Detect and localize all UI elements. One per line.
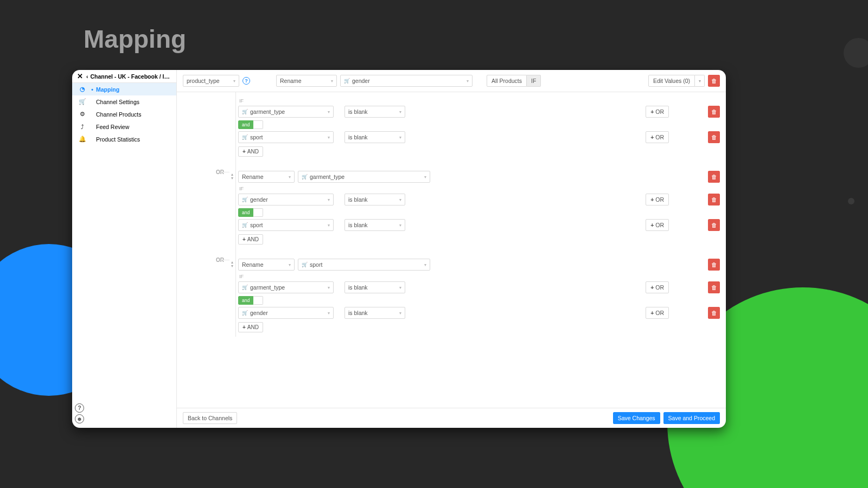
page-title: Mapping bbox=[84, 24, 186, 54]
condition-field-select[interactable]: 🛒gender▾ bbox=[238, 307, 334, 319]
condition-field-select[interactable]: 🛒garment_type▾ bbox=[238, 281, 334, 293]
delete-rule-button[interactable]: 🗑 bbox=[708, 171, 720, 183]
help-icon[interactable]: ? bbox=[75, 403, 84, 413]
add-and-button[interactable]: +AND bbox=[238, 322, 263, 332]
action-select[interactable]: Rename▾ bbox=[276, 75, 337, 87]
sidebar-item-label: Channel Settings bbox=[95, 99, 139, 105]
trash-icon: 🗑 bbox=[711, 284, 717, 291]
condition-operator-select[interactable]: is blank▾ bbox=[344, 307, 405, 319]
sidebar-item-label: Mapping bbox=[95, 86, 119, 93]
back-icon[interactable]: ‹ bbox=[84, 73, 91, 80]
trash-icon: 🗑 bbox=[711, 108, 717, 115]
condition-operator-select[interactable]: is blank▾ bbox=[344, 106, 405, 118]
condition-operator-select[interactable]: is blank▾ bbox=[344, 131, 405, 143]
delete-condition-button[interactable]: 🗑 bbox=[708, 131, 720, 143]
condition-operator-select[interactable]: is blank▾ bbox=[344, 194, 405, 206]
field-select[interactable]: 🛒gender▾ bbox=[340, 75, 473, 87]
sidebar-item-label: Feed Review bbox=[95, 124, 129, 130]
delete-rule-button[interactable]: 🗑 bbox=[708, 259, 720, 271]
channel-title: Channel - UK - Facebook / I… bbox=[91, 73, 174, 80]
condition-operator-select[interactable]: is blank▾ bbox=[344, 281, 405, 293]
trash-icon: 🗑 bbox=[711, 261, 717, 268]
if-label: IF bbox=[239, 98, 720, 104]
condition-field-select[interactable]: 🛒sport▾ bbox=[238, 219, 334, 231]
if-toggle-button[interactable]: IF bbox=[527, 75, 541, 87]
sidebar-icon: 🔔 bbox=[75, 136, 90, 143]
add-or-button[interactable]: + OR bbox=[646, 131, 669, 143]
delete-condition-button[interactable]: 🗑 bbox=[708, 281, 720, 293]
if-label: IF bbox=[239, 186, 720, 191]
edit-values-caret[interactable]: ▾ bbox=[695, 75, 705, 87]
rule-field-select[interactable]: 🛒sport▾ bbox=[298, 259, 430, 271]
trash-icon: 🗑 bbox=[711, 222, 717, 228]
trash-icon: 🗑 bbox=[711, 134, 717, 140]
save-proceed-button[interactable]: Save and Proceed bbox=[663, 412, 720, 424]
delete-condition-button[interactable]: 🗑 bbox=[708, 106, 720, 118]
condition-field-select[interactable]: 🛒sport▾ bbox=[238, 131, 334, 143]
toolbar: product_type▾ ? Rename▾ 🛒gender▾ All Pro… bbox=[177, 70, 726, 92]
attribute-select[interactable]: product_type▾ bbox=[183, 75, 239, 87]
app-window: ✕ ‹ Channel - UK - Facebook / I… ◔•Mappi… bbox=[72, 70, 726, 428]
sidebar-item-product-statistics[interactable]: 🔔Product Statistics bbox=[72, 133, 176, 145]
trash-icon: 🗑 bbox=[711, 310, 717, 316]
reorder-handle[interactable]: ▴▾ bbox=[231, 260, 233, 268]
sidebar-item-mapping[interactable]: ◔•Mapping bbox=[72, 83, 176, 95]
trash-icon: 🗑 bbox=[711, 78, 717, 84]
all-products-button[interactable]: All Products bbox=[487, 75, 527, 87]
rule-field-select[interactable]: 🛒garment_type▾ bbox=[298, 171, 430, 183]
add-or-button[interactable]: + OR bbox=[646, 281, 669, 293]
rule-action-select[interactable]: Rename▾ bbox=[238, 171, 295, 183]
and-or-toggle[interactable]: and bbox=[238, 120, 720, 129]
add-and-button[interactable]: +AND bbox=[238, 234, 263, 245]
sidebar-icon: 🛒 bbox=[75, 98, 90, 105]
trash-icon: 🗑 bbox=[711, 196, 717, 203]
sidebar: ✕ ‹ Channel - UK - Facebook / I… ◔•Mappi… bbox=[72, 70, 177, 428]
and-or-toggle[interactable]: and bbox=[238, 296, 720, 305]
chat-icon[interactable]: ☻ bbox=[75, 414, 84, 423]
and-or-toggle[interactable]: and bbox=[238, 208, 720, 217]
add-and-button[interactable]: +AND bbox=[238, 146, 263, 157]
condition-operator-select[interactable]: is blank▾ bbox=[344, 219, 405, 231]
sidebar-item-label: Channel Products bbox=[95, 111, 141, 118]
rule-action-select[interactable]: Rename▾ bbox=[238, 259, 295, 271]
delete-condition-button[interactable]: 🗑 bbox=[708, 307, 720, 319]
sidebar-item-label: Product Statistics bbox=[95, 136, 140, 143]
delete-condition-button[interactable]: 🗑 bbox=[708, 219, 720, 231]
sidebar-item-channel-settings[interactable]: 🛒Channel Settings bbox=[72, 95, 176, 108]
close-icon[interactable]: ✕ bbox=[75, 72, 84, 80]
sidebar-icon: ⤴ bbox=[75, 124, 90, 130]
delete-rule-button[interactable]: 🗑 bbox=[708, 75, 720, 87]
edit-values-button[interactable]: Edit Values (0) bbox=[648, 75, 695, 87]
add-or-button[interactable]: + OR bbox=[646, 194, 669, 206]
reorder-handle[interactable]: ▴▾ bbox=[231, 172, 233, 180]
back-to-channels-button[interactable]: Back to Channels bbox=[183, 412, 237, 424]
help-icon[interactable]: ? bbox=[242, 77, 250, 85]
add-or-button[interactable]: + OR bbox=[646, 219, 669, 231]
sidebar-icon: ⚙ bbox=[75, 111, 90, 118]
condition-field-select[interactable]: 🛒garment_type▾ bbox=[238, 106, 334, 118]
condition-field-select[interactable]: 🛒gender▾ bbox=[238, 194, 334, 206]
sidebar-item-channel-products[interactable]: ⚙Channel Products bbox=[72, 108, 176, 120]
trash-icon: 🗑 bbox=[711, 174, 717, 180]
add-or-button[interactable]: + OR bbox=[646, 106, 669, 118]
sidebar-item-feed-review[interactable]: ⤴Feed Review bbox=[72, 120, 176, 133]
add-or-button[interactable]: + OR bbox=[646, 307, 669, 319]
save-changes-button[interactable]: Save Changes bbox=[613, 412, 660, 424]
if-label: IF bbox=[239, 274, 720, 279]
sidebar-icon: ◔ bbox=[75, 86, 90, 93]
delete-condition-button[interactable]: 🗑 bbox=[708, 194, 720, 206]
